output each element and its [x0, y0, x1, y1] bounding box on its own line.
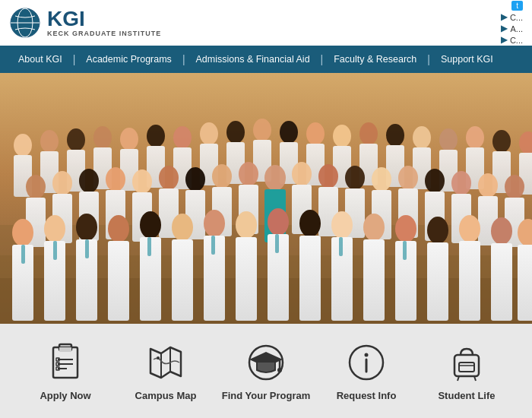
svg-point-54: [106, 167, 125, 192]
svg-point-86: [12, 219, 33, 246]
top-link-c2[interactable]: ▶ C...: [501, 35, 523, 45]
svg-point-100: [236, 211, 257, 239]
svg-point-60: [185, 167, 205, 192]
nav-faculty[interactable]: Faculty & Research: [323, 54, 427, 65]
request-info-item[interactable]: Request Info: [321, 341, 412, 401]
graduation-cap-icon: [245, 341, 287, 384]
svg-point-104: [299, 210, 321, 237]
hero-section: [0, 73, 532, 324]
apply-now-item[interactable]: Apply Now: [20, 341, 111, 401]
svg-rect-117: [491, 243, 512, 321]
svg-point-66: [264, 165, 286, 191]
find-program-item[interactable]: Find Your Program: [220, 341, 312, 401]
svg-rect-122: [85, 239, 89, 258]
svg-rect-124: [211, 236, 215, 255]
nav-items: About KGI | Academic Programs | Admissio…: [8, 53, 504, 65]
header: KGI KECK GRADUATE INSTITUTE t ▶ C... ▶ A…: [0, 0, 532, 46]
svg-point-18: [147, 125, 165, 147]
top-link-c[interactable]: ▶ C...: [501, 12, 523, 22]
svg-point-32: [333, 125, 351, 147]
svg-point-38: [413, 126, 431, 149]
svg-point-94: [140, 211, 161, 239]
top-link-a[interactable]: ▶ A...: [501, 24, 523, 33]
svg-point-108: [363, 214, 385, 241]
svg-rect-113: [427, 242, 448, 321]
svg-point-44: [492, 130, 511, 153]
logo-subtitle: KECK GRADUATE INSTITUTE: [47, 30, 161, 37]
svg-point-114: [459, 215, 480, 242]
student-life-item[interactable]: Student Life: [421, 341, 512, 401]
svg-point-96: [172, 214, 193, 241]
svg-rect-120: [21, 245, 25, 264]
svg-point-90: [76, 214, 97, 241]
svg-point-140: [157, 356, 160, 359]
logo-kgi-text: KGI: [47, 8, 161, 30]
svg-point-70: [318, 164, 338, 188]
request-info-label: Request Info: [337, 390, 397, 401]
map-icon: [144, 341, 187, 384]
find-program-label: Find Your Program: [222, 390, 311, 401]
svg-rect-151: [459, 363, 474, 372]
logo-area: KGI KECK GRADUATE INSTITUTE: [9, 7, 161, 39]
svg-point-92: [108, 215, 129, 242]
top-right-links: t ▶ C... ▶ A... ▶ C...: [501, 1, 523, 45]
clipboard-icon: [44, 341, 87, 384]
svg-point-78: [425, 169, 445, 193]
svg-rect-119: [518, 245, 532, 321]
campus-map-label: Campus Map: [135, 390, 197, 401]
svg-point-20: [173, 126, 192, 149]
svg-point-64: [239, 162, 258, 186]
svg-rect-101: [236, 237, 257, 321]
svg-point-106: [331, 211, 353, 239]
globe-icon: [9, 7, 41, 39]
hero-image: [0, 73, 532, 324]
svg-rect-109: [363, 239, 385, 321]
info-icon: [345, 341, 388, 384]
svg-point-62: [212, 164, 232, 188]
backpack-icon: [445, 341, 488, 384]
twitter-link[interactable]: t: [511, 1, 523, 11]
action-bar: Apply Now Campus Map: [0, 324, 532, 418]
svg-rect-127: [403, 241, 407, 260]
svg-point-40: [439, 128, 458, 151]
svg-point-28: [280, 121, 298, 144]
svg-rect-123: [147, 237, 151, 256]
svg-point-50: [52, 171, 72, 195]
svg-point-36: [386, 124, 404, 147]
svg-point-58: [159, 166, 179, 190]
svg-point-146: [365, 353, 369, 356]
svg-point-116: [491, 217, 512, 245]
svg-point-76: [398, 166, 418, 190]
svg-point-72: [345, 166, 365, 190]
twitter-icon: t: [511, 1, 523, 11]
svg-point-10: [40, 130, 59, 153]
svg-rect-115: [459, 241, 480, 321]
chevron-right-icon: ▶: [501, 12, 507, 22]
nav-about-kgi[interactable]: About KGI: [8, 54, 73, 65]
svg-point-98: [204, 210, 225, 237]
svg-rect-121: [53, 241, 57, 260]
svg-point-14: [93, 126, 112, 149]
campus-map-item[interactable]: Campus Map: [120, 341, 211, 401]
chevron-right-icon3: ▶: [501, 35, 507, 45]
svg-point-22: [200, 122, 218, 145]
student-life-label: Student Life: [438, 390, 495, 401]
nav-admissions[interactable]: Admissions & Financial Aid: [185, 54, 321, 65]
chevron-right-icon2: ▶: [501, 24, 507, 33]
svg-rect-125: [275, 234, 279, 253]
svg-point-102: [268, 208, 289, 236]
svg-point-88: [44, 215, 65, 242]
nav-support[interactable]: Support KGI: [430, 54, 504, 65]
nav-bar: About KGI | Academic Programs | Admissio…: [0, 46, 532, 73]
svg-point-24: [226, 121, 245, 144]
svg-point-52: [79, 169, 99, 193]
svg-point-26: [253, 119, 271, 141]
svg-point-68: [292, 162, 312, 186]
svg-point-84: [505, 175, 524, 199]
nav-academic-programs[interactable]: Academic Programs: [75, 54, 182, 65]
svg-point-12: [67, 128, 85, 151]
svg-point-16: [120, 128, 138, 150]
svg-point-112: [427, 217, 448, 244]
svg-rect-130: [59, 347, 71, 352]
svg-marker-137: [150, 347, 181, 378]
